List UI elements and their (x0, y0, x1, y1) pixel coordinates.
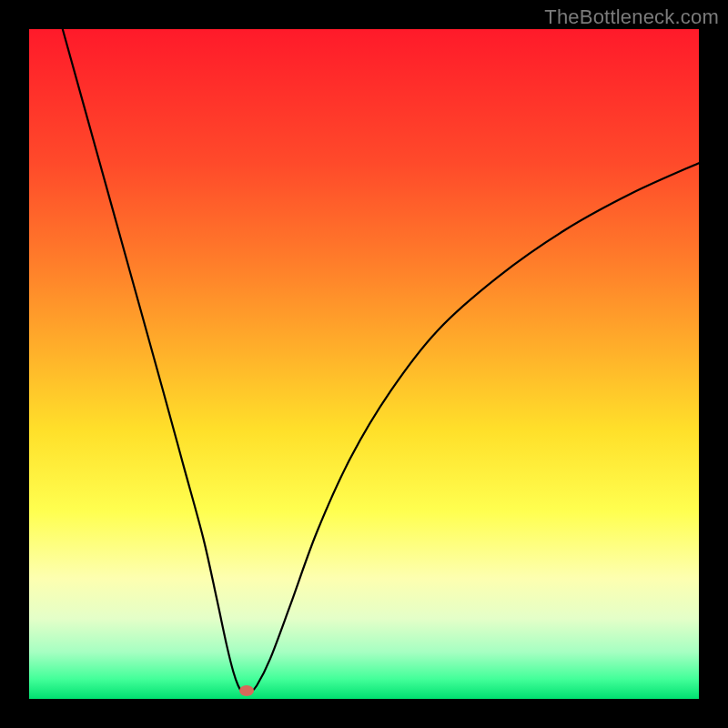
optimum-marker (239, 685, 254, 696)
watermark-text: TheBottleneck.com (544, 5, 719, 29)
curve-path (63, 29, 699, 693)
plot-area (29, 29, 699, 699)
chart-frame: TheBottleneck.com (0, 0, 728, 728)
bottleneck-curve (29, 29, 699, 699)
